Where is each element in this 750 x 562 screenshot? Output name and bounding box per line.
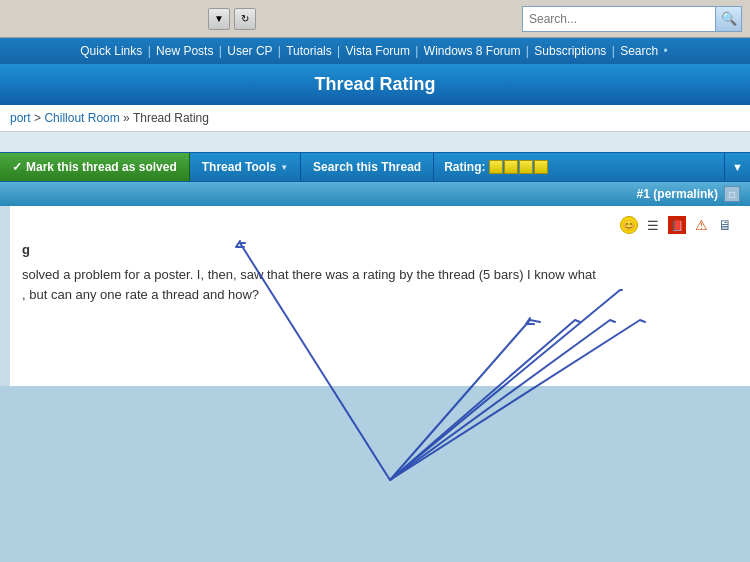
warning-icon[interactable]: ⚠ [692, 216, 710, 234]
nav-windows8-forum[interactable]: Windows 8 Forum [424, 44, 521, 58]
post-content-area: 😊 ☰ 📕 ⚠ 🖥 g solved a problem for a poste… [0, 206, 750, 386]
nav-sep-6: | [526, 44, 532, 58]
browser-search-input[interactable] [523, 10, 715, 28]
nav-dot: • [664, 44, 668, 58]
search-thread-button[interactable]: Search this Thread [301, 153, 434, 181]
post-text: solved a problem for a poster. I, then, … [22, 265, 738, 304]
post-body: 😊 ☰ 📕 ⚠ 🖥 g solved a problem for a poste… [10, 206, 750, 386]
post-collapse-button[interactable]: □ [724, 186, 740, 202]
search-thread-label: Search this Thread [313, 160, 421, 174]
browser-search-box[interactable]: 🔍 [522, 6, 742, 32]
thread-tools-arrow-icon: ▼ [280, 163, 288, 172]
nav-sep-5: | [415, 44, 421, 58]
nav-tutorials[interactable]: Tutorials [286, 44, 332, 58]
browser-search-button[interactable]: 🔍 [715, 7, 741, 31]
thread-tools-button[interactable]: Thread Tools ▼ [190, 153, 301, 181]
nav-sep-2: | [219, 44, 225, 58]
pc-icon[interactable]: 🖥 [716, 216, 734, 234]
nav-new-posts[interactable]: New Posts [156, 44, 213, 58]
rating-label: Rating: [444, 160, 485, 174]
star-rating[interactable] [489, 160, 548, 174]
nav-search[interactable]: Search [620, 44, 658, 58]
checkmark-icon: ✓ [12, 160, 22, 174]
top-navigation: Quick Links | New Posts | User CP | Tuto… [0, 38, 750, 64]
nav-user-cp[interactable]: User CP [227, 44, 272, 58]
address-bar: ▼ ↻ [208, 8, 256, 30]
rating-section: Rating: [434, 153, 724, 181]
thread-tools-label: Thread Tools [202, 160, 276, 174]
breadcrumb-chillout[interactable]: Chillout Room [44, 111, 119, 125]
breadcrumb: port > Chillout Room » Thread Rating [0, 105, 750, 132]
post-left-border [0, 206, 10, 386]
refresh-btn[interactable]: ↻ [234, 8, 256, 30]
star-1[interactable] [489, 160, 503, 174]
post-header: #1 (permalink) □ [0, 182, 750, 206]
breadcrumb-sep-1: > [34, 111, 44, 125]
nav-vista-forum[interactable]: Vista Forum [346, 44, 410, 58]
nav-sep-3: | [278, 44, 284, 58]
nav-quick-links[interactable]: Quick Links [80, 44, 142, 58]
nav-sep-7: | [612, 44, 618, 58]
thread-toolbar: ✓ Mark this thread as solved Thread Tool… [0, 152, 750, 182]
post-text-content2: , but can any one rate a thread and how? [22, 287, 259, 302]
toolbar-end-button[interactable]: ▼ [724, 153, 750, 181]
star-2[interactable] [504, 160, 518, 174]
breadcrumb-current: Thread Rating [133, 111, 209, 125]
mark-solved-label: Mark this thread as solved [26, 160, 177, 174]
nav-sep-1: | [148, 44, 154, 58]
nav-subscriptions[interactable]: Subscriptions [534, 44, 606, 58]
post-permalink[interactable]: #1 (permalink) [637, 187, 718, 201]
page-title: Thread Rating [0, 64, 750, 105]
nav-sep-4: | [337, 44, 343, 58]
star-4[interactable] [534, 160, 548, 174]
post-permalink-label: (permalink) [653, 187, 718, 201]
star-3[interactable] [519, 160, 533, 174]
browser-chrome: ▼ ↻ 🔍 [0, 0, 750, 38]
smiley-icon[interactable]: 😊 [620, 216, 638, 234]
red-book-icon[interactable]: 📕 [668, 216, 686, 234]
breadcrumb-support[interactable]: port [10, 111, 31, 125]
breadcrumb-sep-2: » [123, 111, 133, 125]
spacer [0, 132, 750, 152]
post-text-content: solved a problem for a poster. I, then, … [22, 267, 596, 282]
post-action-icons: 😊 ☰ 📕 ⚠ 🖥 [22, 216, 738, 234]
post-title: g [22, 242, 738, 257]
dropdown-btn[interactable]: ▼ [208, 8, 230, 30]
list-icon[interactable]: ☰ [644, 216, 662, 234]
post-number: #1 [637, 187, 650, 201]
mark-solved-button[interactable]: ✓ Mark this thread as solved [0, 153, 190, 181]
